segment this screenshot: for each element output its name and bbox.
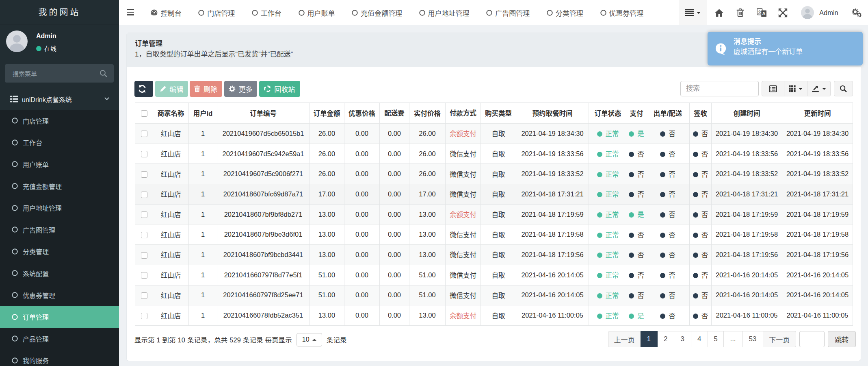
svg-text:文: 文	[758, 9, 762, 14]
svg-text:A: A	[762, 11, 765, 16]
